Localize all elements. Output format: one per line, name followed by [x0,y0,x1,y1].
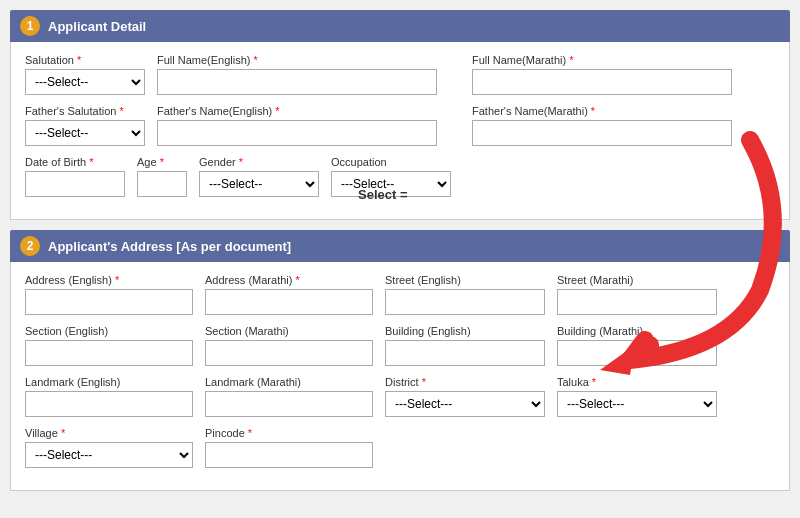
gender-label: Gender * [199,156,319,168]
father-name-marathi-input[interactable] [472,120,732,146]
dob-input[interactable] [25,171,125,197]
father-name-marathi-label: Father's Name(Marathi) * [472,105,775,117]
section-1-number: 1 [20,16,40,36]
section-marathi-label: Section (Marathi) [205,325,373,337]
street-marathi-label: Street (Marathi) [557,274,717,286]
section-2-header: 2 Applicant's Address [As per document] [10,230,790,262]
village-label: Village * [25,427,193,439]
street-marathi-group: Street (Marathi) [557,274,717,315]
section-english-label: Section (English) [25,325,193,337]
address-row-4: Village * ---Select--- Pincode * [25,427,775,468]
section-marathi-input[interactable] [205,340,373,366]
taluka-group: Taluka * ---Select--- [557,376,717,417]
building-marathi-group: Building (Marathi) [557,325,717,366]
fullname-marathi-input[interactable] [472,69,732,95]
landmark-marathi-label: Landmark (Marathi) [205,376,373,388]
address-row-1: Address (English) * Address (Marathi) * … [25,274,775,315]
village-group: Village * ---Select--- [25,427,193,468]
section-2-body: Address (English) * Address (Marathi) * … [10,262,790,491]
age-input[interactable] [137,171,187,197]
occupation-label: Occupation [331,156,451,168]
occupation-select[interactable]: ---Select-- [331,171,451,197]
father-name-english-group: Father's Name(English) * [157,105,460,146]
form-row-2: Father's Salutation * ---Select-- Father… [25,105,775,146]
form-row-3: Date of Birth * Age * Gender * ---Select [25,156,775,197]
street-english-input[interactable] [385,289,545,315]
district-label: District * [385,376,545,388]
street-english-label: Street (English) [385,274,545,286]
building-english-input[interactable] [385,340,545,366]
address-row-3: Landmark (English) Landmark (Marathi) Di… [25,376,775,417]
pincode-label: Pincode * [205,427,373,439]
salutation-label: Salutation * [25,54,145,66]
landmark-english-label: Landmark (English) [25,376,193,388]
fullname-english-input[interactable] [157,69,437,95]
section-marathi-group: Section (Marathi) [205,325,373,366]
gender-group: Gender * ---Select-- [199,156,319,197]
address-marathi-input[interactable] [205,289,373,315]
section-1-title: Applicant Detail [48,19,146,34]
section-2-number: 2 [20,236,40,256]
taluka-label: Taluka * [557,376,717,388]
section-2-title: Applicant's Address [As per document] [48,239,291,254]
section-english-group: Section (English) [25,325,193,366]
landmark-english-group: Landmark (English) [25,376,193,417]
address-marathi-group: Address (Marathi) * [205,274,373,315]
pincode-group: Pincode * [205,427,373,468]
form-row-1: Salutation * ---Select-- Full Name(Engli… [25,54,775,95]
address-english-input[interactable] [25,289,193,315]
section-1-body: Salutation * ---Select-- Full Name(Engli… [10,42,790,220]
landmark-marathi-input[interactable] [205,391,373,417]
taluka-select[interactable]: ---Select--- [557,391,717,417]
father-name-marathi-group: Father's Name(Marathi) * [472,105,775,146]
fullname-english-label: Full Name(English) * [157,54,460,66]
street-english-group: Street (English) [385,274,545,315]
father-name-english-input[interactable] [157,120,437,146]
age-label: Age * [137,156,187,168]
landmark-english-input[interactable] [25,391,193,417]
occupation-group: Occupation ---Select-- [331,156,451,197]
dob-group: Date of Birth * [25,156,125,197]
building-english-label: Building (English) [385,325,545,337]
age-group: Age * [137,156,187,197]
building-marathi-label: Building (Marathi) [557,325,717,337]
village-select[interactable]: ---Select--- [25,442,193,468]
section-english-input[interactable] [25,340,193,366]
street-marathi-input[interactable] [557,289,717,315]
fullname-english-group: Full Name(English) * [157,54,460,95]
father-salutation-label: Father's Salutation * [25,105,145,117]
district-group: District * ---Select--- [385,376,545,417]
fullname-marathi-label: Full Name(Marathi) * [472,54,775,66]
pincode-input[interactable] [205,442,373,468]
section-1-header: 1 Applicant Detail [10,10,790,42]
address-english-group: Address (English) * [25,274,193,315]
address-row-2: Section (English) Section (Marathi) Buil… [25,325,775,366]
section-1: 1 Applicant Detail Salutation * ---Selec… [10,10,790,220]
landmark-marathi-group: Landmark (Marathi) [205,376,373,417]
address-marathi-label: Address (Marathi) * [205,274,373,286]
address-english-label: Address (English) * [25,274,193,286]
district-select[interactable]: ---Select--- [385,391,545,417]
salutation-group: Salutation * ---Select-- [25,54,145,95]
section-2: 2 Applicant's Address [As per document] … [10,230,790,491]
dob-label: Date of Birth * [25,156,125,168]
building-marathi-input[interactable] [557,340,717,366]
salutation-select[interactable]: ---Select-- [25,69,145,95]
fullname-marathi-group: Full Name(Marathi) * [472,54,775,95]
father-name-english-label: Father's Name(English) * [157,105,460,117]
building-english-group: Building (English) [385,325,545,366]
father-salutation-select[interactable]: ---Select-- [25,120,145,146]
gender-select[interactable]: ---Select-- [199,171,319,197]
father-salutation-group: Father's Salutation * ---Select-- [25,105,145,146]
